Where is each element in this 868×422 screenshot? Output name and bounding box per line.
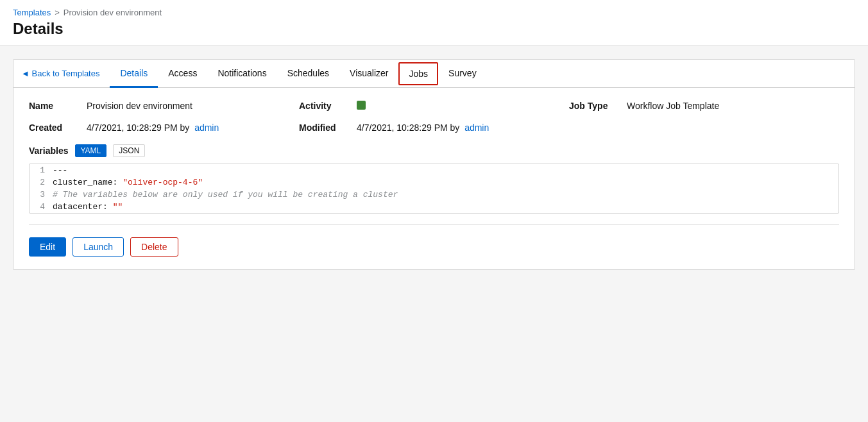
modified-field: Modified 4/7/2021, 10:28:29 PM by admin (299, 122, 569, 133)
modified-by-link[interactable]: admin (464, 122, 489, 133)
line-content-2: cluster_name: "oliver-ocp-4-6" (53, 178, 203, 187)
code-line-1: 1 --- (30, 164, 838, 176)
tab-access[interactable]: Access (158, 60, 207, 88)
yaml-toggle-button[interactable]: YAML (75, 144, 107, 157)
tab-back-to-templates[interactable]: ◄ Back to Templates (19, 61, 110, 88)
line-content-3: # The variables below are only used if y… (53, 190, 398, 199)
delete-button[interactable]: Delete (130, 237, 178, 257)
variables-label: Variables (29, 146, 69, 156)
modified-value: 4/7/2021, 10:28:29 PM by admin (357, 122, 569, 133)
name-value: Provision dev environment (87, 101, 299, 111)
actions-row: Edit Launch Delete (29, 237, 839, 257)
tab-schedules[interactable]: Schedules (277, 60, 339, 88)
code-editor: 1 --- 2 cluster_name: "oliver-ocp-4-6" 3… (29, 164, 839, 214)
tab-survey[interactable]: Survey (438, 60, 487, 88)
activity-indicator (357, 101, 366, 110)
placeholder-col (569, 122, 839, 133)
code-line-3: 3 # The variables below are only used if… (30, 189, 838, 201)
edit-button[interactable]: Edit (29, 237, 66, 257)
job-type-value: Workflow Job Template (627, 101, 839, 111)
line-number-2: 2 (30, 178, 53, 187)
job-type-field: Job Type Workflow Job Template (569, 101, 839, 111)
breadcrumb-separator: > (55, 8, 60, 17)
json-toggle-button[interactable]: JSON (113, 144, 145, 157)
breadcrumb: Templates > Provision dev environment (13, 8, 855, 17)
activity-field: Activity (299, 101, 569, 111)
code-line-4: 4 datacenter: "" (30, 201, 838, 213)
line-content-1: --- (53, 165, 67, 175)
modified-label: Modified (299, 122, 357, 133)
line-number-3: 3 (30, 190, 53, 199)
tab-details[interactable]: Details (110, 60, 158, 88)
code-line-2: 2 cluster_name: "oliver-ocp-4-6" (30, 176, 838, 189)
divider (29, 224, 839, 224)
variables-section: Variables YAML JSON 1 --- 2 cluster_name… (29, 144, 839, 214)
tab-visualizer[interactable]: Visualizer (339, 60, 398, 88)
tab-bar: ◄ Back to Templates Details Access Notif… (13, 60, 855, 88)
created-by-link[interactable]: admin (194, 122, 219, 133)
job-type-label: Job Type (569, 101, 627, 111)
line-content-4: datacenter: "" (53, 202, 123, 212)
activity-label: Activity (299, 101, 357, 111)
variables-header: Variables YAML JSON (29, 144, 839, 157)
page-title: Details (13, 20, 855, 46)
name-field: Name Provision dev environment (29, 101, 299, 111)
page-header: Templates > Provision dev environment De… (0, 0, 868, 46)
breadcrumb-parent-link[interactable]: Templates (13, 8, 51, 17)
code-string-1: "oliver-ocp-4-6" (123, 178, 203, 187)
info-section-row1: Name Provision dev environment Activity … (29, 101, 839, 122)
created-label: Created (29, 122, 87, 133)
details-body: Name Provision dev environment Activity … (13, 88, 855, 269)
code-string-2: "" (113, 202, 123, 212)
detail-card: ◄ Back to Templates Details Access Notif… (13, 59, 855, 270)
line-number-1: 1 (30, 165, 53, 175)
breadcrumb-current: Provision dev environment (64, 8, 162, 17)
created-value: 4/7/2021, 10:28:29 PM by admin (87, 122, 299, 133)
launch-button[interactable]: Launch (72, 237, 124, 257)
info-section-row2: Created 4/7/2021, 10:28:29 PM by admin M… (29, 122, 839, 144)
name-label: Name (29, 101, 87, 111)
line-number-4: 4 (30, 202, 53, 212)
tab-notifications[interactable]: Notifications (207, 60, 277, 88)
created-field: Created 4/7/2021, 10:28:29 PM by admin (29, 122, 299, 133)
main-content: ◄ Back to Templates Details Access Notif… (0, 46, 868, 283)
tab-jobs[interactable]: Jobs (398, 62, 438, 85)
